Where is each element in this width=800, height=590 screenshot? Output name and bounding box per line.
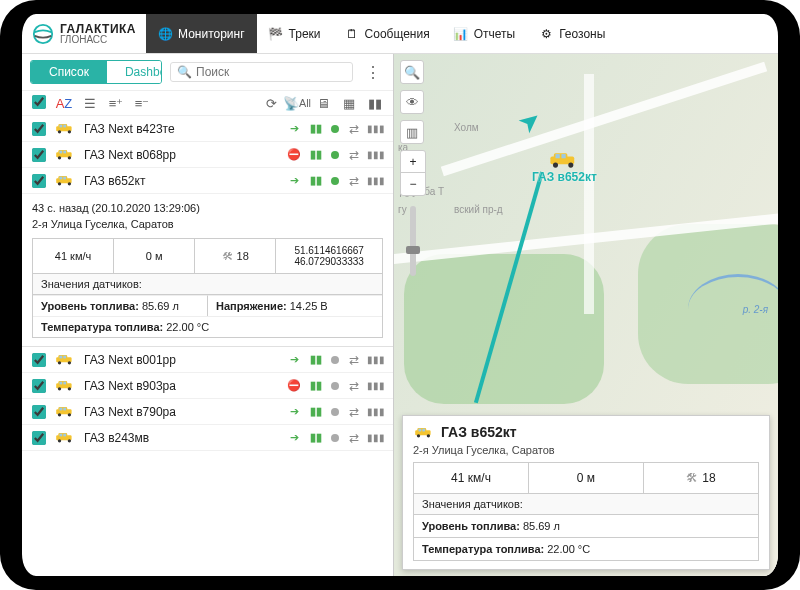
- pause-icon[interactable]: ▮▮: [309, 353, 323, 367]
- stats-icon[interactable]: ▮▮▮: [369, 148, 383, 162]
- unit-row[interactable]: ГАЗ в652кт ➔ ▮▮ ⇄ ▮▮▮: [22, 168, 393, 194]
- car-icon: [54, 353, 76, 366]
- unit-name: ГАЗ Next в001рр: [84, 353, 279, 367]
- detail-distance: 0 м: [114, 239, 195, 273]
- popup-speed: 41 км/ч: [414, 463, 529, 493]
- top-nav: ГАЛАКТИКА ГЛОНАСС 🌐 Мониторинг 🏁 Треки 🗒…: [22, 14, 778, 54]
- sort-icon[interactable]: AZ: [56, 95, 72, 111]
- unit-checkbox[interactable]: [32, 431, 46, 445]
- message-icon: 🗒: [345, 27, 359, 41]
- tab-list[interactable]: Список: [31, 61, 107, 83]
- popup-title: ГАЗ в652кт: [441, 424, 517, 440]
- nav-reports[interactable]: 📊 Отчеты: [442, 14, 527, 53]
- flag-icon: 🏁: [269, 27, 283, 41]
- unit-checkbox[interactable]: [32, 122, 46, 136]
- pause-icon[interactable]: ▮▮: [309, 431, 323, 445]
- more-menu-button[interactable]: ⋮: [361, 63, 385, 82]
- popup-address: 2-я Улица Гуселка, Саратов: [413, 444, 759, 456]
- search-box[interactable]: 🔍: [170, 62, 353, 82]
- connection-icon: ⇄: [347, 379, 361, 393]
- online-dot-icon: [331, 151, 339, 159]
- offline-dot-icon: [331, 434, 339, 442]
- unit-name: ГАЗ Next в068рр: [84, 148, 279, 162]
- popup-sensors-header: Значения датчиков:: [413, 494, 759, 515]
- expand-icon[interactable]: ≡⁺: [108, 95, 124, 111]
- nav-messages[interactable]: 🗒 Сообщения: [333, 14, 442, 53]
- zoom-slider[interactable]: [410, 206, 416, 276]
- vehicle-popup: ГАЗ в652кт 2-я Улица Гуселка, Саратов 41…: [402, 415, 770, 570]
- satellite-all-icon[interactable]: 📡All: [289, 95, 305, 111]
- offline-dot-icon: [331, 408, 339, 416]
- unit-checkbox[interactable]: [32, 174, 46, 188]
- nav-monitoring[interactable]: 🌐 Мониторинг: [146, 14, 257, 53]
- map-search-button[interactable]: 🔍: [400, 60, 424, 84]
- map[interactable]: Холм Дружба Т вский пр-д гу ка р. 2-я ➤ …: [394, 54, 778, 576]
- search-input[interactable]: [196, 65, 346, 79]
- nav-geozones[interactable]: ⚙ Геозоны: [527, 14, 617, 53]
- sensors-header: Значения датчиков:: [32, 274, 383, 295]
- pause-icon[interactable]: ▮▮: [309, 405, 323, 419]
- sensor-voltage: Напряжение: 14.25 В: [208, 295, 382, 316]
- unit-row[interactable]: ГАЗ в243мв ➔ ▮▮ ⇄ ▮▮▮: [22, 425, 393, 451]
- unit-row[interactable]: ГАЗ Next в790ра ➔ ▮▮ ⇄ ▮▮▮: [22, 399, 393, 425]
- nav-tracks[interactable]: 🏁 Треки: [257, 14, 333, 53]
- car-icon: [54, 122, 76, 135]
- unit-checkbox[interactable]: [32, 379, 46, 393]
- stats-icon[interactable]: ▮▮▮: [369, 353, 383, 367]
- checker-icon[interactable]: ▦: [341, 95, 357, 111]
- unit-name: ГАЗ Next в423те: [84, 122, 279, 136]
- pause-icon[interactable]: ▮▮: [309, 148, 323, 162]
- stats-icon[interactable]: ▮▮▮: [369, 122, 383, 136]
- globe-logo-icon: [32, 23, 54, 45]
- unit-checkbox[interactable]: [32, 405, 46, 419]
- unit-list: ГАЗ Next в423те ➔ ▮▮ ⇄ ▮▮▮ ГАЗ Next в068…: [22, 116, 393, 576]
- unit-row[interactable]: ГАЗ Next в423те ➔ ▮▮ ⇄ ▮▮▮: [22, 116, 393, 142]
- offline-dot-icon: [331, 356, 339, 364]
- sensor-fuel: Уровень топлива: 85.69 л: [33, 295, 208, 316]
- stats-header-icon[interactable]: ▮▮: [367, 95, 383, 111]
- popup-fuel-row: Уровень топлива: 85.69 л: [413, 515, 759, 538]
- map-label: р. 2-я: [743, 304, 768, 315]
- online-dot-icon: [331, 125, 339, 133]
- monitor-icon[interactable]: 🖥: [315, 95, 331, 111]
- stop-icon: ⛔: [287, 148, 301, 162]
- marker-label: ГАЗ в652кт: [532, 170, 597, 184]
- unit-row[interactable]: ГАЗ Next в903ра ⛔ ▮▮ ⇄ ▮▮▮: [22, 373, 393, 399]
- pause-icon[interactable]: ▮▮: [309, 174, 323, 188]
- detail-sat: 🛠18: [195, 239, 276, 273]
- wrench-icon: 🛠: [686, 471, 698, 485]
- detail-ago: 43 с. назад (20.10.2020 13:29:06): [32, 200, 383, 216]
- map-visibility-button[interactable]: 👁: [400, 90, 424, 114]
- unit-checkbox[interactable]: [32, 148, 46, 162]
- pause-icon[interactable]: ▮▮: [309, 379, 323, 393]
- connection-icon: ⇄: [347, 431, 361, 445]
- stats-icon[interactable]: ▮▮▮: [369, 405, 383, 419]
- motion-icon: ➔: [287, 174, 301, 188]
- wrench-icon: 🛠: [222, 250, 233, 262]
- unit-detail: 43 с. назад (20.10.2020 13:29:06) 2-я Ул…: [22, 194, 393, 347]
- unit-row[interactable]: ГАЗ Next в068рр ⛔ ▮▮ ⇄ ▮▮▮: [22, 142, 393, 168]
- stats-icon[interactable]: ▮▮▮: [369, 174, 383, 188]
- map-layers-button[interactable]: ▥: [400, 120, 424, 144]
- stats-icon[interactable]: ▮▮▮: [369, 379, 383, 393]
- refresh-icon[interactable]: ⟳: [263, 95, 279, 111]
- unit-checkbox[interactable]: [32, 353, 46, 367]
- map-label: Холм: [454, 122, 479, 133]
- connection-icon: ⇄: [347, 353, 361, 367]
- connection-icon: ⇄: [347, 148, 361, 162]
- collapse-icon[interactable]: ≡⁻: [134, 95, 150, 111]
- motion-icon: ➔: [287, 353, 301, 367]
- zoom-out-button[interactable]: −: [401, 173, 425, 195]
- zoom-in-button[interactable]: +: [401, 151, 425, 173]
- vehicle-marker[interactable]: ГАЗ в652кт: [532, 150, 597, 184]
- tab-dashboard[interactable]: Dashboard: [107, 61, 162, 83]
- list-view-icon[interactable]: ☰: [82, 95, 98, 111]
- select-all-checkbox[interactable]: [32, 95, 46, 109]
- unit-name: ГАЗ Next в903ра: [84, 379, 279, 393]
- unit-row[interactable]: ГАЗ Next в001рр ➔ ▮▮ ⇄ ▮▮▮: [22, 347, 393, 373]
- brand-line1: ГАЛАКТИКА: [60, 23, 136, 35]
- detail-address: 2-я Улица Гуселка, Саратов: [32, 216, 383, 232]
- car-icon: [547, 150, 581, 170]
- pause-icon[interactable]: ▮▮: [309, 122, 323, 136]
- stats-icon[interactable]: ▮▮▮: [369, 431, 383, 445]
